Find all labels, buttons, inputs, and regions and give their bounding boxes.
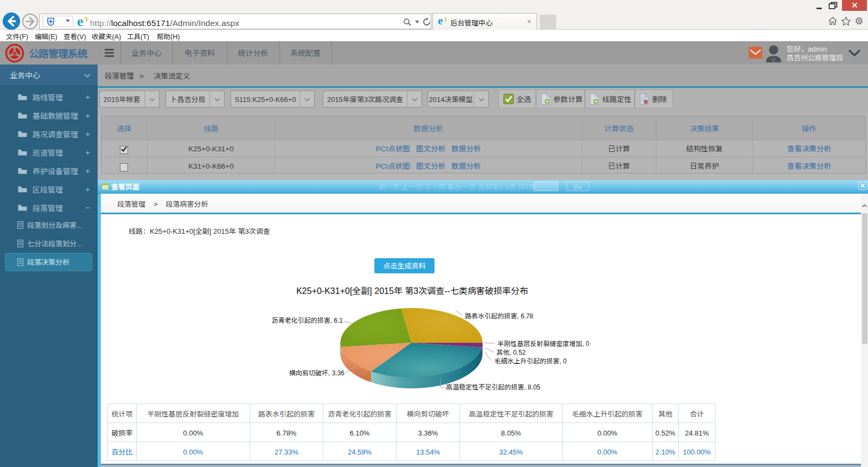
svg-text:沥青老化引起的损害, 6.1: 沥青老化引起的损害, 6.1 xyxy=(272,315,343,324)
svg-text:路表水引起的损害, 6.78: 路表水引起的损害, 6.78 xyxy=(465,311,533,320)
svg-text:其他, 0.52: 其他, 0.52 xyxy=(496,347,526,356)
svg-text:半刚性基层反射裂缝密度增加, 0: 半刚性基层反射裂缝密度增加, 0 xyxy=(497,338,590,348)
svg-text:横向剪切破坏, 3.36: 横向剪切破坏, 3.36 xyxy=(289,368,344,377)
svg-text:毛细水上升引起的损害, 0: 毛细水上升引起的损害, 0 xyxy=(494,356,567,365)
svg-text:高温稳定性不足引起的损害, 8.05: 高温稳定性不足引起的损害, 8.05 xyxy=(446,382,540,391)
